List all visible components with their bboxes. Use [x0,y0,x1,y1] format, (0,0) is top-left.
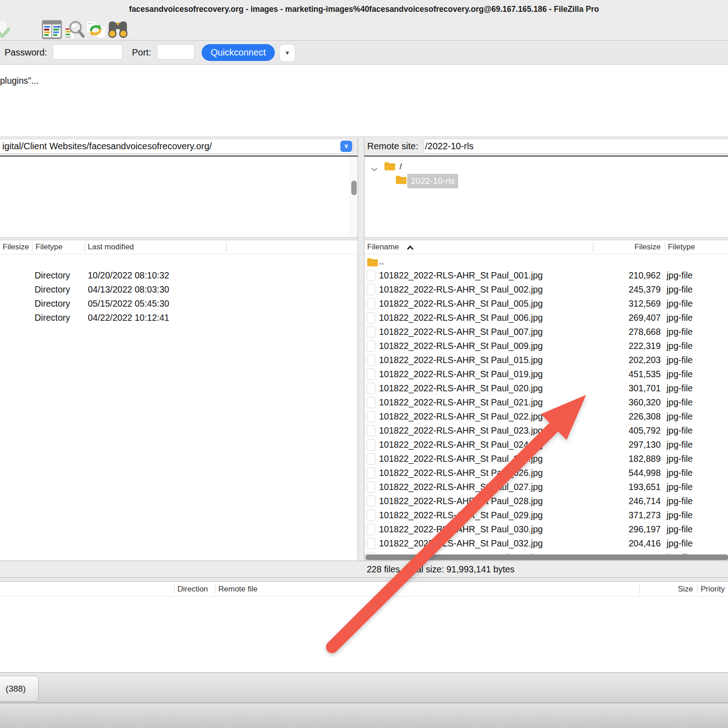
table-row[interactable]: 101822_2022-RLS-AHR_St Paul_006.jpg269,4… [364,311,728,325]
compare-check-icon[interactable] [0,20,14,39]
remote-tree[interactable]: / 2022-10-rls [364,157,728,237]
column-header-filesize[interactable]: Filesize [3,240,29,254]
table-row[interactable]: 101822_2022-RLS-AHR_St Paul_009.jpg222,3… [364,339,728,353]
local-path-dropdown-button[interactable]: ∨ [340,141,352,152]
tree-item-label: / [399,160,402,172]
column-header-last-modified[interactable]: Last modified [88,240,134,254]
table-row[interactable]: 101822_2022-RLS-AHR_St Paul_022.jpg226,3… [364,410,728,424]
message-log: plugins"... [0,65,728,136]
table-row[interactable]: 101822_2022-RLS-AHR_St Paul_021.jpg360,3… [364,395,728,410]
table-row[interactable]: Directory04/13/2022 08:03:30 [0,283,358,297]
site-manager-icon[interactable] [42,20,62,39]
refresh-icon[interactable] [86,20,106,39]
file-type: jpg-file [667,452,693,466]
remote-panel: Remote site: / 2022-10-rl [364,137,728,561]
file-type: jpg-file [667,438,693,452]
column-header-priority[interactable]: Priority [701,582,725,596]
column-header-filetype[interactable]: Filetype [668,240,695,254]
queue-tabs-bar: (388) [0,672,728,704]
table-row[interactable]: 101822_2022-RLS-AHR_St Paul_023.jpg405,7… [364,424,728,438]
table-row[interactable]: 101822_2022-RLS-AHR_St Paul_025.jpg182,8… [364,452,728,466]
parent-directory-row[interactable]: .. [364,254,728,268]
file-size: 544,998 [578,466,661,480]
local-tree[interactable] [0,157,358,237]
remote-site-label: Remote site: [367,137,418,156]
remote-path-bar: Remote site: [364,137,728,157]
quickconnect-dropdown-button[interactable]: ▾ [279,44,295,62]
file-type: jpg-file [667,297,693,311]
file-name: 101822_2022-RLS-AHR_St Paul_028.jpg [379,494,543,508]
file-last-modified: 04/22/2022 10:12:41 [88,311,169,325]
quickconnect-button[interactable]: Quickconnect [202,44,275,61]
table-row[interactable]: Directory10/20/2022 08:10:32 [0,268,358,283]
table-row[interactable]: 101822_2022-RLS-AHR_St Paul_005.jpg312,5… [364,297,728,311]
queued-files-tab[interactable]: (388) [0,676,39,702]
scrollbar-thumb[interactable] [365,555,728,560]
table-row[interactable]: 101822_2022-RLS-AHR_St Paul_028.jpg246,7… [364,494,728,508]
column-header-direction[interactable]: Direction [177,582,208,596]
tree-item-label-selected: 2022-10-rls [407,174,458,188]
table-row[interactable]: 101822_2022-RLS-AHR_St Paul_002.jpg245,3… [364,283,728,297]
file-type: Directory [35,283,70,297]
column-header-remote-file[interactable]: Remote file [218,582,258,596]
file-size: 360,320 [578,395,661,410]
table-row[interactable]: 101822_2022-RLS-AHR_St Paul_024.jpg297,1… [364,438,728,452]
quickconnect-bar: Password: Port: Quickconnect ▾ [0,40,728,65]
file-name: 101822_2022-RLS-AHR_St Paul_006.jpg [379,311,543,325]
file-type: jpg-file [667,367,693,381]
file-type: jpg-file [667,268,693,283]
file-name: 101822_2022-RLS-AHR_St Paul_001.jpg [379,268,543,283]
column-header-filetype[interactable]: Filetype [35,240,63,254]
local-tree-scrollbar[interactable] [349,157,358,237]
table-row[interactable]: 101822_2022-RLS-AHR_St Paul_026.jpg544,9… [364,466,728,480]
splitter[interactable] [0,578,728,582]
column-header-filesize[interactable]: Filesize [610,240,661,254]
file-type: jpg-file [667,494,693,508]
remote-status-text: 228 files. Total size: 91,993,141 bytes [367,561,515,577]
file-last-modified: 05/15/2022 05:45:30 [88,297,169,311]
table-row[interactable] [0,254,358,268]
table-row[interactable]: 101822_2022-RLS-AHR_St Paul_032.jpg204,4… [364,536,728,551]
file-size: 297,130 [578,438,661,452]
toolbar [0,18,728,40]
file-type: jpg-file [667,325,693,339]
table-row[interactable]: 101822_2022-RLS-AHR_St Paul_020.jpg301,7… [364,381,728,395]
remote-file-list[interactable]: ..101822_2022-RLS-AHR_St Paul_001.jpg210… [364,254,728,561]
file-name: 101822_2022-RLS-AHR_St Paul_023.jpg [379,424,543,438]
file-type: jpg-file [667,522,693,536]
table-row[interactable]: 101822_2022-RLS-AHR_St Paul_030.jpg296,1… [364,522,728,536]
remote-horizontal-scrollbar[interactable] [364,554,728,561]
folder-icon [395,175,407,187]
password-label: Password: [5,40,47,64]
port-label: Port: [132,40,151,64]
table-row[interactable]: 101822_2022-RLS-AHR_St Paul_029.jpg371,2… [364,508,728,522]
table-row[interactable]: 101822_2022-RLS-AHR_St Paul_015.jpg202,2… [364,353,728,367]
filter-search-icon[interactable] [64,20,84,39]
column-header-size[interactable]: Size [646,582,693,596]
column-header-filename[interactable]: Filename [367,240,399,254]
file-size: 204,416 [578,536,661,551]
table-row[interactable]: 101822_2022-RLS-AHR_St Paul_001.jpg210,9… [364,268,728,283]
scrollbar-thumb[interactable] [351,181,357,195]
main-panels: ∨ Filesize Filetype Last modified Direct… [0,136,728,561]
file-type: jpg-file [667,395,693,410]
remote-path-input[interactable] [424,139,728,154]
file-name: 101822_2022-RLS-AHR_St Paul_020.jpg [379,381,543,395]
port-field[interactable] [157,44,195,60]
queued-files-tab-label: (388) [5,684,25,694]
local-file-list[interactable]: Directory10/20/2022 08:10:32Directory04/… [0,254,358,561]
table-row[interactable]: Directory04/22/2022 10:12:41 [0,311,358,325]
table-row[interactable]: 101822_2022-RLS-AHR_St Paul_027.jpg193,6… [364,480,728,494]
table-row[interactable]: 101822_2022-RLS-AHR_St Paul_007.jpg278,6… [364,325,728,339]
file-type: jpg-file [667,466,693,480]
find-files-binoculars-icon[interactable] [108,20,128,39]
file-name: 101822_2022-RLS-AHR_St Paul_025.jpg [379,452,543,466]
table-row[interactable]: 101822_2022-RLS-AHR_St Paul_019.jpg451,5… [364,367,728,381]
local-path-input[interactable] [0,139,353,154]
file-size: 405,792 [578,424,661,438]
file-type: Directory [35,268,70,283]
chevron-down-icon[interactable] [371,163,378,175]
table-row[interactable]: Directory05/15/2022 05:45:30 [0,297,358,311]
password-field[interactable] [53,44,123,60]
window-status-bar [0,703,728,728]
